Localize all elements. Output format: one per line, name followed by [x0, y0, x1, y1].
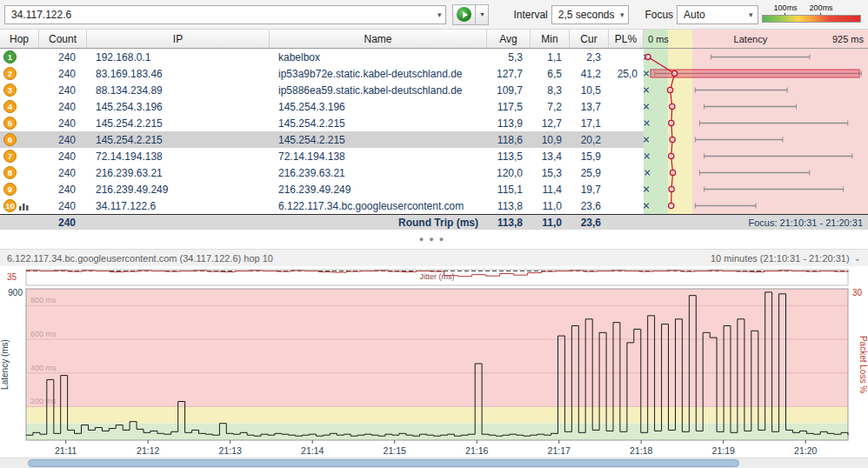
svg-text:Packet Loss %: Packet Loss % — [858, 336, 868, 393]
footer-pl-cell — [609, 215, 644, 230]
hop-status-badge: 1 — [3, 50, 17, 64]
name-cell: 145.254.3.196 — [270, 98, 487, 115]
col-header-name[interactable]: Name — [270, 30, 487, 48]
pl-cell — [609, 98, 644, 115]
hop-row-9[interactable]: 9240216.239.49.249216.239.49.249115,111,… — [0, 181, 868, 197]
min-cell: 11,4 — [531, 181, 570, 197]
latency-gradient-bar — [762, 15, 861, 23]
hop-status-badge: 3 — [3, 84, 17, 97]
pl-cell: 25,0 — [609, 65, 644, 82]
start-trace-button[interactable] — [452, 4, 476, 25]
hop-status-badge: 8 — [3, 166, 17, 179]
latency-graph-cell — [644, 181, 868, 197]
hop-cell: 5 — [0, 115, 39, 131]
footer-ip-cell — [87, 215, 270, 230]
target-combobox[interactable]: 34.117.122.6 ▾ — [4, 5, 446, 24]
pl-cell — [609, 148, 644, 164]
cur-cell: 41,2 — [570, 65, 609, 82]
col-header-latency[interactable]: 0 ms Latency 925 ms — [644, 30, 868, 48]
svg-text:21:15: 21:15 — [384, 445, 406, 456]
latency-scale-min: 0 ms — [648, 34, 669, 44]
play-icon — [457, 7, 471, 22]
col-header-count[interactable]: Count — [39, 30, 87, 48]
ip-cell: 88.134.234.89 — [87, 82, 270, 98]
hop-cell: 9 — [0, 181, 39, 197]
min-cell: 8,3 — [531, 82, 570, 98]
footer-hop-cell — [0, 215, 39, 230]
col-header-avg[interactable]: Avg — [487, 30, 531, 48]
table-body: 1240192.168.0.1kabelbox5,31,12,3224083.1… — [0, 49, 868, 214]
timeline-scrollbar[interactable] — [0, 458, 868, 468]
chevron-down-icon[interactable]: ▾ — [437, 10, 442, 19]
count-cell: 240 — [39, 65, 87, 82]
col-header-ip[interactable]: IP — [87, 30, 270, 48]
round-trip-summary-row: 240 Round Trip (ms) 113,8 11,0 23,6 Focu… — [0, 214, 868, 230]
cur-cell: 13,7 — [570, 98, 609, 115]
footer-cur: 23,6 — [570, 215, 609, 230]
hop-row-3[interactable]: 324088.134.234.89ip5886ea59.static.kabel… — [0, 82, 868, 98]
count-cell: 240 — [39, 115, 87, 131]
count-cell: 240 — [39, 49, 87, 65]
name-cell: 145.254.2.215 — [270, 115, 487, 131]
col-header-min[interactable]: Min — [531, 30, 570, 48]
svg-text:Latency (ms): Latency (ms) — [0, 339, 10, 390]
pl-cell — [609, 197, 644, 214]
start-trace-dropdown[interactable]: ▾ — [476, 4, 489, 25]
avg-cell: 113,8 — [487, 197, 531, 214]
name-cell: 6.122.117.34.bc.googleusercontent.com — [270, 197, 487, 214]
hop-row-6[interactable]: 6240145.254.2.215145.254.2.215118,610,92… — [0, 131, 868, 148]
col-header-hop[interactable]: Hop — [0, 30, 39, 48]
hop-row-2[interactable]: 224083.169.183.46ip53a9b72e.static.kabel… — [0, 65, 868, 82]
pane-splitter[interactable]: ●●● — [0, 230, 868, 249]
hop-row-5[interactable]: 5240145.254.2.215145.254.2.215113,912,71… — [0, 115, 868, 131]
chevron-down-icon[interactable]: ▾ — [749, 10, 753, 19]
pl-cell — [609, 164, 644, 181]
ip-cell: 72.14.194.138 — [87, 148, 270, 164]
interval-select[interactable]: 2,5 seconds ▾ — [551, 5, 630, 24]
hop-cell: 7 — [0, 148, 39, 164]
hop-row-7[interactable]: 724072.14.194.13872.14.194.138113,513,41… — [0, 148, 868, 164]
count-cell: 240 — [39, 181, 87, 197]
focus-period-label: Focus: 21:10:31 - 21:20:31 — [644, 215, 868, 230]
hop-row-1[interactable]: 1240192.168.0.1kabelbox5,31,12,3 — [0, 49, 868, 65]
ip-cell: 216.239.63.21 — [87, 164, 270, 181]
latency-graph-cell — [644, 131, 868, 148]
min-cell: 10,9 — [531, 131, 570, 148]
target-address: 34.117.122.6 — [11, 9, 71, 21]
timeline-header: 6.122.117.34.bc.googleusercontent.com (3… — [0, 249, 868, 266]
legend-200ms-label: 200ms — [810, 3, 833, 12]
hop-row-4[interactable]: 4240145.254.3.196145.254.3.196117,57,213… — [0, 98, 868, 115]
svg-text:600 ms: 600 ms — [30, 330, 57, 338]
avg-cell: 109,7 — [487, 82, 531, 98]
latency-scale-legend: 100ms 200ms — [762, 3, 861, 26]
svg-text:30: 30 — [852, 288, 863, 298]
splitter-grip-icon: ●●● — [419, 235, 449, 244]
svg-text:21:19: 21:19 — [712, 445, 735, 456]
count-cell: 240 — [39, 164, 87, 181]
count-cell: 240 — [39, 148, 87, 164]
timeline-chart[interactable]: 35Jitter (ms)800 ms600 ms400 ms200 ms900… — [0, 266, 868, 458]
round-trip-label: Round Trip (ms) — [270, 215, 487, 230]
cur-cell: 17,1 — [570, 115, 609, 131]
svg-text:21:17: 21:17 — [548, 445, 571, 456]
min-cell: 11,0 — [531, 197, 570, 214]
min-cell: 12,7 — [531, 115, 570, 131]
name-cell: 216.239.49.249 — [270, 181, 487, 197]
timeline-range-select[interactable]: 10 minutes (21:10:31 - 21:20:31) ⌄ — [711, 253, 861, 264]
hop-status-badge: 5 — [3, 117, 17, 130]
col-header-cur[interactable]: Cur — [570, 30, 609, 48]
pl-cell — [609, 131, 644, 148]
count-cell: 240 — [39, 82, 87, 98]
col-header-pl[interactable]: PL% — [609, 30, 644, 48]
hop-status-badge: 4 — [3, 100, 17, 113]
ip-cell: 145.254.2.215 — [87, 115, 270, 131]
hop-row-10[interactable]: 1024034.117.122.66.122.117.34.bc.googleu… — [0, 197, 868, 214]
chevron-down-icon[interactable]: ▾ — [620, 10, 624, 19]
svg-text:400 ms: 400 ms — [30, 364, 57, 372]
focus-select[interactable]: Auto ▾ — [677, 5, 758, 24]
name-cell: kabelbox — [270, 49, 487, 65]
scrollbar-thumb[interactable] — [28, 459, 739, 467]
hop-row-8[interactable]: 8240216.239.63.21216.239.63.21120,015,32… — [0, 164, 868, 181]
avg-cell: 127,7 — [487, 65, 531, 82]
cur-cell: 15,9 — [570, 148, 609, 164]
